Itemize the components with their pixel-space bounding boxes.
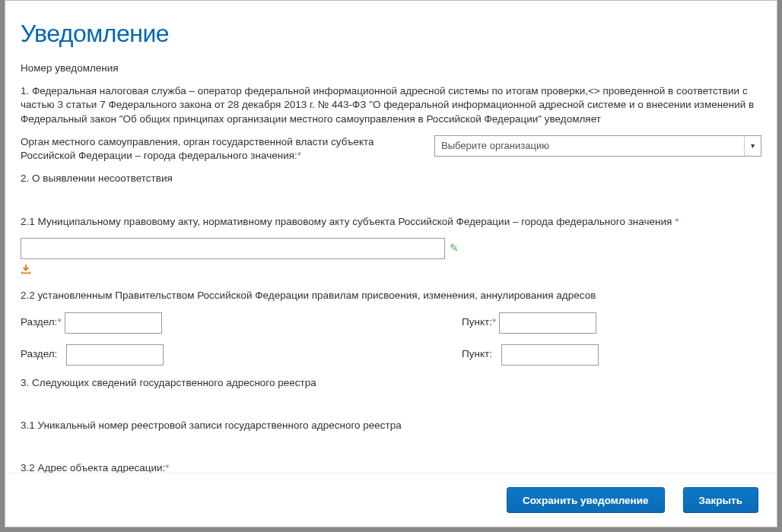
close-button[interactable]: Закрыть xyxy=(683,487,758,513)
save-button[interactable]: Сохранить уведомление xyxy=(507,487,665,513)
para-2-2: 2.2 установленным Правительством Российс… xyxy=(21,289,761,302)
para-3-2: 3.2 Адрес объекта адресации:* xyxy=(21,461,761,473)
section-label-2: Раздел: xyxy=(21,347,57,361)
point-input-2[interactable] xyxy=(501,344,599,366)
required-asterisk: * xyxy=(297,150,301,161)
point-label-2: Пункт: xyxy=(462,347,492,361)
organization-select-placeholder: Выберите организацию xyxy=(441,139,744,153)
edit-icon[interactable]: ✎ xyxy=(450,241,459,255)
point-input-1[interactable] xyxy=(499,312,596,334)
organization-select[interactable]: Выберите организацию ▾ xyxy=(434,135,761,157)
modal-body[interactable]: Номер уведомления 1. Федеральная налогов… xyxy=(5,55,777,473)
act-input[interactable] xyxy=(21,238,445,259)
organ-label: Орган местного самоуправления, орган гос… xyxy=(21,135,412,163)
notification-modal: Уведомление Номер уведомления 1. Федерал… xyxy=(5,0,777,527)
section-label-1: Раздел:* xyxy=(21,315,62,329)
notification-number-label: Номер уведомления xyxy=(21,62,761,75)
modal-title: Уведомление xyxy=(5,1,777,55)
para-2-1: 2.1 Муниципальному правовому акту, норма… xyxy=(21,215,761,229)
required-asterisk: * xyxy=(165,462,169,473)
para-3: 3. Следующих сведений государственного а… xyxy=(21,376,761,390)
point-label-1: Пункт:* xyxy=(462,315,496,329)
chevron-down-icon: ▾ xyxy=(744,136,755,156)
para-3-1: 3.1 Уникальный номер реестровой записи г… xyxy=(21,419,761,432)
required-asterisk: * xyxy=(675,216,679,227)
download-icon[interactable] xyxy=(21,262,31,279)
section-input-2[interactable] xyxy=(66,344,164,366)
para-2: 2. О выявлении несоответствия xyxy=(21,172,761,185)
section-input-1[interactable] xyxy=(65,312,162,334)
para-1: 1. Федеральная налоговая служба – операт… xyxy=(21,84,761,126)
modal-footer: Сохранить уведомление Закрыть xyxy=(5,473,777,527)
